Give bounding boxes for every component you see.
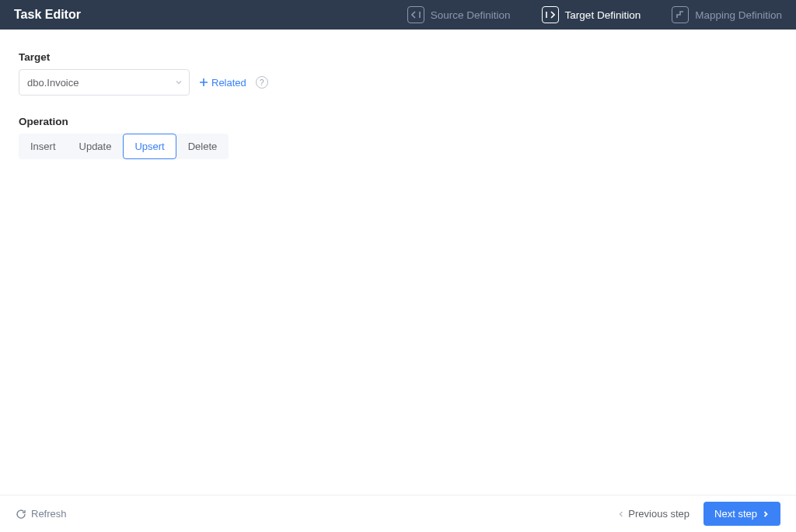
step-target-definition[interactable]: Target Definition bbox=[542, 6, 641, 23]
next-step-label: Next step bbox=[714, 508, 757, 520]
operation-insert[interactable]: Insert bbox=[19, 134, 68, 159]
target-select-value: dbo.Invoice bbox=[27, 77, 79, 89]
step-label: Source Definition bbox=[431, 9, 511, 21]
step-label: Mapping Definition bbox=[695, 9, 782, 21]
previous-step-label: Previous step bbox=[628, 508, 690, 520]
plus-icon bbox=[199, 78, 208, 87]
page-title: Task Editor bbox=[14, 8, 81, 22]
add-related-button[interactable]: Related bbox=[199, 77, 246, 89]
chevron-down-icon bbox=[175, 77, 183, 89]
target-icon bbox=[542, 6, 559, 23]
target-label: Target bbox=[19, 51, 777, 63]
footer-bar: Refresh Previous step Next step bbox=[0, 495, 796, 532]
next-step-button[interactable]: Next step bbox=[703, 502, 780, 526]
help-icon[interactable]: ? bbox=[256, 76, 268, 89]
operation-upsert[interactable]: Upsert bbox=[123, 134, 176, 159]
operation-update[interactable]: Update bbox=[68, 134, 124, 159]
chevron-right-icon bbox=[762, 510, 770, 518]
previous-step-button[interactable]: Previous step bbox=[617, 508, 690, 520]
target-select[interactable]: dbo.Invoice bbox=[19, 69, 190, 96]
related-label: Related bbox=[211, 77, 246, 89]
mapping-icon bbox=[672, 6, 689, 23]
step-breadcrumb: Source Definition Target Definition Mapp… bbox=[407, 6, 782, 23]
step-mapping-definition[interactable]: Mapping Definition bbox=[672, 6, 782, 23]
target-row: dbo.Invoice Related ? bbox=[19, 69, 777, 96]
operation-segmented-control: Insert Update Upsert Delete bbox=[19, 134, 229, 159]
step-source-definition[interactable]: Source Definition bbox=[407, 6, 511, 23]
refresh-button[interactable]: Refresh bbox=[16, 508, 67, 520]
main-content: Target dbo.Invoice Related ? Operation I… bbox=[0, 30, 796, 495]
operation-delete[interactable]: Delete bbox=[176, 134, 229, 159]
operation-label: Operation bbox=[19, 116, 777, 127]
refresh-label: Refresh bbox=[31, 508, 67, 520]
chevron-left-icon bbox=[617, 510, 625, 518]
step-label: Target Definition bbox=[565, 9, 641, 21]
source-icon bbox=[407, 6, 424, 23]
refresh-icon bbox=[16, 509, 26, 520]
app-header: Task Editor Source Definition Target Def… bbox=[0, 0, 796, 30]
